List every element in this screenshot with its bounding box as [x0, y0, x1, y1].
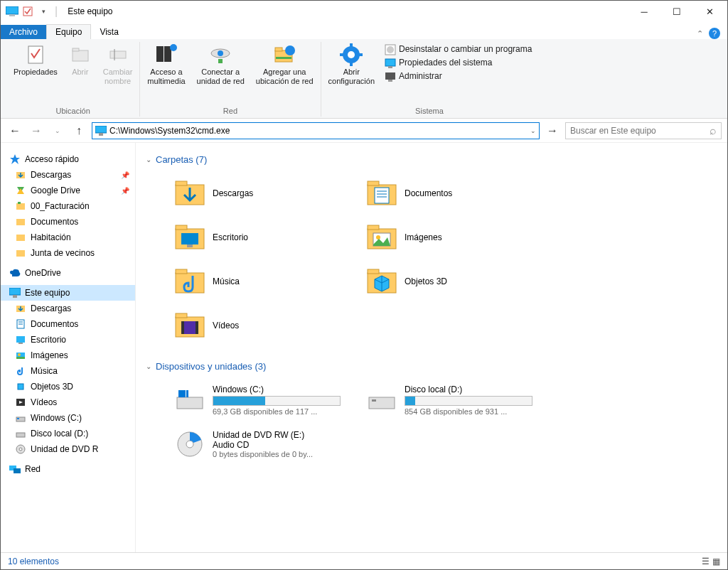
search-input[interactable]: [570, 126, 710, 136]
svg-rect-36: [16, 235, 25, 241]
sidebar-item-quick[interactable]: Documentos: [1, 214, 135, 230]
sidebar-item-quick[interactable]: Junta de vecinos: [1, 245, 135, 261]
close-button[interactable]: ✕: [693, 1, 726, 22]
sidebar-this-pc[interactable]: Este equipo: [1, 285, 135, 301]
chevron-down-icon: ⌄: [146, 156, 151, 163]
svg-rect-79: [176, 313, 187, 318]
svg-point-47: [18, 353, 21, 356]
svg-rect-48: [16, 357, 25, 359]
folder-tile[interactable]: Documentos: [366, 172, 551, 215]
svg-rect-67: [176, 225, 187, 230]
svg-rect-8: [156, 46, 164, 62]
sidebar-onedrive[interactable]: OneDrive: [1, 265, 135, 281]
folder-tile[interactable]: Imágenes: [366, 216, 551, 259]
folder-tile[interactable]: Descargas: [174, 172, 359, 215]
group-label-sistema: Sistema: [415, 105, 444, 117]
sidebar-item-pc[interactable]: Windows (C:): [1, 410, 135, 426]
svg-rect-61: [368, 181, 379, 185]
drive-tile[interactable]: Unidad de DVD RW (E:) Audio CD0 bytes di…: [174, 423, 359, 466]
svg-rect-30: [95, 126, 107, 133]
section-dispositivos-header[interactable]: ⌄ Dispositivos y unidades (3): [146, 357, 717, 379]
svg-rect-62: [375, 188, 389, 203]
sidebar-network[interactable]: Red: [1, 461, 135, 477]
tab-vista[interactable]: Vista: [91, 25, 127, 39]
minimize-button[interactable]: ─: [628, 1, 660, 22]
svg-rect-53: [16, 433, 25, 437]
svg-point-89: [186, 441, 193, 448]
sidebar-item-pc[interactable]: Unidad de DVD R: [1, 441, 135, 457]
svg-rect-57: [14, 468, 21, 473]
back-button[interactable]: ←: [6, 122, 23, 139]
drive-tile[interactable]: Windows (C:)69,3 GB disponibles de 117 .…: [174, 379, 359, 421]
content-area: ⌄ Carpetas (7) DescargasDocumentosEscrit…: [136, 143, 727, 552]
svg-rect-69: [187, 244, 193, 247]
administrar-button[interactable]: Administrar: [383, 70, 533, 83]
folder-tile[interactable]: Objetos 3D: [366, 260, 551, 303]
sidebar-item-pc[interactable]: Música: [1, 363, 135, 379]
qat-dropdown-icon[interactable]: ▾: [36, 4, 50, 18]
folder-tile[interactable]: Vídeos: [174, 304, 359, 347]
svg-rect-45: [18, 343, 23, 344]
sidebar-item-quick[interactable]: Descargas📌: [1, 167, 135, 183]
address-input[interactable]: [109, 126, 528, 136]
recent-dropdown-icon[interactable]: ⌄: [49, 122, 66, 139]
abrir-button[interactable]: Abrir: [66, 42, 95, 78]
svg-point-55: [19, 448, 22, 451]
status-text: 10 elementos: [8, 556, 59, 566]
sidebar-item-quick[interactable]: Habitación: [1, 230, 135, 245]
sidebar-item-quick[interactable]: Google Drive📌: [1, 183, 135, 198]
sidebar-quick-access[interactable]: Acceso rápido: [1, 151, 135, 167]
abrir-configuracion-button[interactable]: Abrir configuración: [326, 42, 378, 87]
drive-tile[interactable]: Disco local (D:)854 GB disponibles de 93…: [366, 379, 551, 421]
sidebar-item-pc[interactable]: Descargas: [1, 301, 135, 316]
search-icon[interactable]: ⌕: [710, 124, 717, 137]
address-field[interactable]: ⌄: [92, 122, 540, 139]
go-button[interactable]: →: [544, 122, 561, 139]
svg-rect-15: [275, 48, 282, 51]
address-dropdown-icon[interactable]: ⌄: [530, 127, 536, 134]
conectar-unidad-button[interactable]: Conectar a unidad de red: [194, 42, 247, 87]
folder-tile[interactable]: Escritorio: [174, 216, 359, 259]
desinstalar-button[interactable]: Desinstalar o cambiar un programa: [383, 43, 533, 56]
sidebar-item-pc[interactable]: Objetos 3D: [1, 379, 135, 394]
acceso-multimedia-button[interactable]: Acceso a multimedia: [144, 42, 188, 87]
up-button[interactable]: ↑: [70, 122, 87, 139]
svg-point-16: [285, 45, 295, 55]
forward-button[interactable]: →: [28, 122, 45, 139]
sidebar-item-pc[interactable]: Escritorio: [1, 332, 135, 348]
svg-rect-39: [13, 295, 17, 298]
sidebar-item-pc[interactable]: Documentos: [1, 316, 135, 332]
svg-rect-34: [18, 202, 21, 204]
propiedades-button[interactable]: Propiedades: [11, 42, 60, 78]
propiedades-sistema-button[interactable]: Propiedades del sistema: [383, 57, 533, 70]
sidebar-item-pc[interactable]: Imágenes: [1, 348, 135, 363]
svg-rect-33: [16, 203, 25, 210]
tab-archivo[interactable]: Archivo: [1, 25, 46, 39]
view-icons-icon[interactable]: ▦: [712, 556, 720, 566]
svg-rect-17: [276, 57, 291, 59]
svg-rect-6: [110, 51, 126, 58]
help-icon[interactable]: ?: [709, 28, 720, 39]
tab-equipo[interactable]: Equipo: [46, 24, 91, 39]
agregar-ubicacion-button[interactable]: Agregar una ubicación de red: [253, 42, 316, 87]
svg-rect-2: [23, 7, 32, 16]
folder-tile[interactable]: Música: [174, 260, 359, 303]
svg-rect-44: [16, 336, 25, 343]
cambiar-nombre-button[interactable]: Cambiar nombre: [100, 42, 136, 87]
section-carpetas-header[interactable]: ⌄ Carpetas (7): [146, 150, 717, 172]
window-title: Este equipo: [68, 6, 112, 16]
svg-rect-4: [73, 50, 88, 61]
svg-rect-87: [372, 399, 376, 402]
view-details-icon[interactable]: ☰: [702, 556, 710, 566]
sidebar-item-pc[interactable]: Disco local (D:): [1, 426, 135, 441]
sidebar[interactable]: Acceso rápido Descargas📌Google Drive📌00_…: [1, 143, 136, 552]
qat-properties-icon[interactable]: [21, 4, 35, 18]
address-bar: ← → ⌄ ↑ ⌄ → ⌕: [1, 119, 727, 143]
sidebar-item-quick[interactable]: 00_Facturación: [1, 198, 135, 214]
svg-rect-31: [99, 133, 103, 136]
collapse-ribbon-icon[interactable]: ⌃: [697, 29, 703, 38]
svg-rect-74: [176, 273, 204, 293]
search-field[interactable]: ⌕: [565, 122, 722, 139]
maximize-button[interactable]: ☐: [660, 1, 693, 22]
sidebar-item-pc[interactable]: Vídeos: [1, 394, 135, 410]
